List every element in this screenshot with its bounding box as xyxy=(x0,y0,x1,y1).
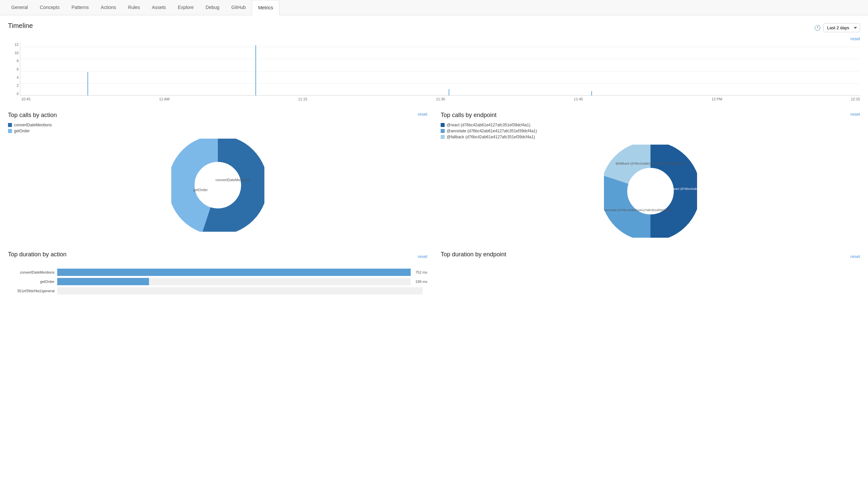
timeline-reset-link[interactable]: reset xyxy=(850,36,860,41)
x-label-12pm: 12 PM xyxy=(712,97,722,101)
legend-label-annotate: @annotate (d76bc42ab61e4127afc351ef39dcf… xyxy=(446,129,537,133)
timeline-header: Timeline 🕐 Last 2 daysLast 7 daysLast 30… xyxy=(8,22,860,34)
legend-item-fallback: @fallback (d76bc42ab61e4127afc351ef39dcf… xyxy=(441,135,537,139)
nav-tab-metrics[interactable]: Metrics xyxy=(252,0,280,15)
timeline-bar-2 xyxy=(256,45,256,95)
timeline-chart-area xyxy=(20,42,860,96)
bar-row-general: 351ef39dcf4a1/general xyxy=(8,287,427,294)
donut-chart-action: convertDateMentions getOrder xyxy=(171,139,264,232)
y-label-6: 6 xyxy=(8,67,18,71)
legend-label-getorder: getOrder xyxy=(14,129,30,133)
svg-text:@annotate (d76bc42ab61e4127afc: @annotate (d76bc42ab61e4127afc351ef39dcf… xyxy=(604,208,673,212)
bar-label-getorder: getOrder xyxy=(8,279,54,284)
legend-item-react: @react (d76bc42ab61e4127afc351ef39dcf4a1… xyxy=(441,123,537,127)
x-label-1145: 11:45 xyxy=(574,97,583,101)
legend-color-getorder xyxy=(8,129,12,133)
time-select[interactable]: Last 2 daysLast 7 daysLast 30 days xyxy=(824,23,860,32)
svg-point-8 xyxy=(632,173,669,209)
nav-tab-concepts[interactable]: Concepts xyxy=(34,0,65,15)
timeline-bar-3 xyxy=(449,89,449,95)
legend-label-convert: convertDateMentions xyxy=(14,123,52,127)
timeline-bar-4 xyxy=(591,91,592,95)
nav-tab-explore[interactable]: Explore xyxy=(172,0,199,15)
nav-tab-assets[interactable]: Assets xyxy=(146,0,172,15)
y-label-0: 0 xyxy=(8,92,18,96)
calls-by-action-legend: convertDateMentions getOrder xyxy=(8,123,57,133)
bar-track-convert xyxy=(57,268,411,276)
timeline-bar-1 xyxy=(88,72,88,95)
time-selector: 🕐 Last 2 daysLast 7 daysLast 30 days xyxy=(814,23,860,32)
legend-label-react: @react (d76bc42ab61e4127afc351ef39dcf4a1… xyxy=(446,123,530,127)
nav-tab-github[interactable]: GitHub xyxy=(225,0,252,15)
main-content: Timeline 🕐 Last 2 daysLast 7 daysLast 30… xyxy=(0,15,868,316)
duration-by-action-section: Top duration by action reset convertDate… xyxy=(8,251,427,297)
nav-tab-debug[interactable]: Debug xyxy=(199,0,225,15)
calls-by-endpoint-title: Top calls by endpoint xyxy=(441,112,537,119)
bar-fill-convert xyxy=(57,268,411,276)
calls-by-action-title: Top calls by action xyxy=(8,112,57,119)
donut-chart-endpoint: @react (d76bc42ab61e4127afc351ef39dcf4 @… xyxy=(604,145,697,238)
bar-row-getorder: getOrder 198 ms xyxy=(8,278,427,285)
x-axis: 10:45 11 AM 11:15 11:30 11:45 12 PM 12:1… xyxy=(8,97,860,101)
bar-track-general xyxy=(57,287,423,294)
legend-item-getorder: getOrder xyxy=(8,129,57,133)
bar-fill-getorder xyxy=(57,278,149,285)
duration-by-endpoint-reset[interactable]: reset xyxy=(850,254,860,259)
calls-by-action-left: Top calls by action convertDateMentions … xyxy=(8,112,57,133)
svg-text:@fallback (d76bc42ab61e4127afc: @fallback (d76bc42ab61e4127afc351ef39dcf… xyxy=(615,161,685,165)
x-label-1215: 12:15 xyxy=(851,97,860,101)
calls-by-action-donut: convertDateMentions getOrder xyxy=(8,139,427,232)
legend-color-convert xyxy=(8,123,12,127)
bar-label-general: 351ef39dcf4a1/general xyxy=(8,289,54,293)
duration-by-endpoint-header: Top duration by endpoint reset xyxy=(441,251,860,262)
calls-by-endpoint-donut: @react (d76bc42ab61e4127afc351ef39dcf4 @… xyxy=(441,145,860,238)
nav-tab-patterns[interactable]: Patterns xyxy=(65,0,95,15)
duration-by-action-reset[interactable]: reset xyxy=(418,254,427,259)
bottom-charts-row: Top duration by action reset convertDate… xyxy=(8,251,860,297)
nav-tab-rules[interactable]: Rules xyxy=(122,0,146,15)
nav-tabs: GeneralConceptsPatternsActionsRulesAsset… xyxy=(0,0,868,15)
y-label-10: 10 xyxy=(8,51,18,55)
calls-by-endpoint-left: Top calls by endpoint @react (d76bc42ab6… xyxy=(441,112,537,139)
legend-item-convert: convertDateMentions xyxy=(8,123,57,127)
calls-by-action-header: Top calls by action convertDateMentions … xyxy=(8,112,427,133)
legend-label-fallback: @fallback (d76bc42ab61e4127afc351ef39dcf… xyxy=(446,135,535,139)
duration-by-endpoint-title: Top duration by endpoint xyxy=(441,251,506,258)
calls-by-endpoint-legend: @react (d76bc42ab61e4127afc351ef39dcf4a1… xyxy=(441,123,537,139)
bar-value-convert: 752 ms xyxy=(415,270,427,274)
nav-tab-general[interactable]: General xyxy=(5,0,34,15)
calls-by-endpoint-reset[interactable]: reset xyxy=(850,112,860,117)
legend-color-annotate xyxy=(441,129,445,133)
bar-row-convert: convertDateMentions 752 ms xyxy=(8,268,427,276)
bar-label-convert: convertDateMentions xyxy=(8,270,54,274)
bar-value-getorder: 198 ms xyxy=(415,279,427,284)
calls-by-endpoint-section: Top calls by endpoint @react (d76bc42ab6… xyxy=(441,112,860,238)
calls-by-action-section: Top calls by action convertDateMentions … xyxy=(8,112,427,238)
svg-text:getOrder: getOrder xyxy=(193,188,208,192)
x-label-11am: 11 AM xyxy=(159,97,169,101)
legend-color-react xyxy=(441,123,445,127)
timeline-title: Timeline xyxy=(8,22,33,30)
duration-by-action-header: Top duration by action reset xyxy=(8,251,427,262)
bar-track-getorder xyxy=(57,278,411,285)
y-label-8: 8 xyxy=(8,59,18,63)
calls-by-action-reset[interactable]: reset xyxy=(418,112,427,117)
x-label-1130: 11:30 xyxy=(436,97,445,101)
x-label-1115: 11:15 xyxy=(298,97,308,101)
y-label-4: 4 xyxy=(8,76,18,79)
y-label-12: 12 xyxy=(8,42,18,47)
legend-color-fallback xyxy=(441,135,445,139)
top-charts-row: Top calls by action convertDateMentions … xyxy=(8,112,860,238)
legend-item-annotate: @annotate (d76bc42ab61e4127afc351ef39dcf… xyxy=(441,129,537,133)
duration-by-endpoint-section: Top duration by endpoint reset xyxy=(441,251,860,297)
timeline-chart-wrapper: 0 2 4 6 8 10 12 xyxy=(8,42,860,101)
donut-svg-endpoint: @react (d76bc42ab61e4127afc351ef39dcf4 @… xyxy=(604,145,697,238)
y-label-2: 2 xyxy=(8,83,18,88)
svg-text:@react (d76bc42ab61e4127afc351: @react (d76bc42ab61e4127afc351ef39dcf4 xyxy=(669,187,697,191)
donut-svg-action: convertDateMentions getOrder xyxy=(171,139,264,232)
duration-by-action-title: Top duration by action xyxy=(8,251,66,258)
duration-by-action-bars: convertDateMentions 752 ms getOrder 198 … xyxy=(8,268,427,294)
nav-tab-actions[interactable]: Actions xyxy=(95,0,122,15)
calls-by-endpoint-header: Top calls by endpoint @react (d76bc42ab6… xyxy=(441,112,860,139)
svg-text:convertDateMentions: convertDateMentions xyxy=(216,178,250,182)
